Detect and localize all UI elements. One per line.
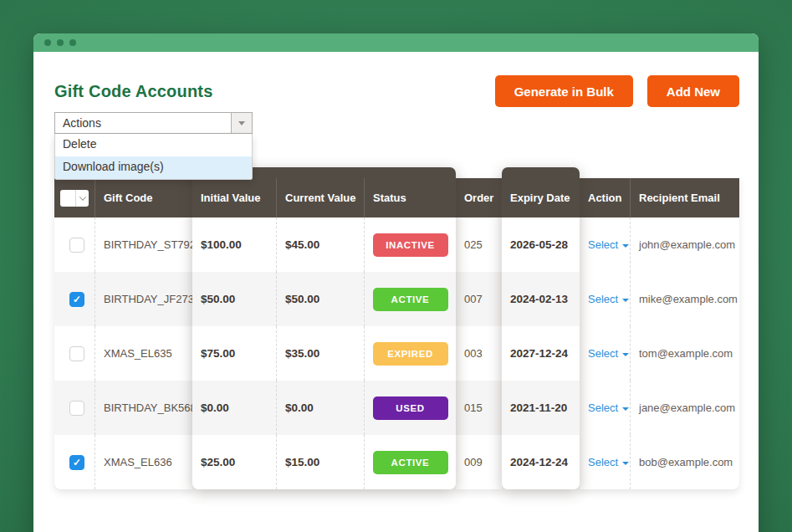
cell-recipient-email: bob@example.com	[630, 435, 739, 489]
cell-current-value: $45.00	[276, 217, 364, 272]
column-header-initial-value[interactable]: Initial Value	[192, 178, 276, 217]
table-row: $50.00$50.00ACTIVE	[192, 272, 456, 326]
cell-expiry-date: 2024-02-13	[502, 272, 580, 326]
table-row: 007	[456, 272, 502, 326]
column-header-order[interactable]: Order	[456, 178, 502, 217]
cell-order: 015	[456, 381, 502, 435]
row-select-action[interactable]: Select	[588, 456, 629, 468]
column-header-action[interactable]: Action	[580, 178, 630, 217]
generate-in-bulk-button[interactable]: Generate in Bulk	[495, 75, 633, 107]
select-all-control[interactable]	[54, 178, 95, 217]
table-row: $25.00$15.00ACTIVE	[192, 435, 456, 489]
cell-action: Select	[580, 435, 630, 489]
status-badge: INACTIVE	[373, 233, 448, 257]
actions-menu: Delete Download image(s)	[54, 134, 253, 180]
cell-recipient-email: jane@example.com	[630, 381, 739, 435]
column-header-current-value[interactable]: Current Value	[276, 178, 364, 217]
row-select-action[interactable]: Select	[588, 238, 629, 251]
row-select-action[interactable]: Select	[588, 293, 629, 305]
select-label: Select	[588, 347, 618, 360]
actions-dropdown[interactable]: Actions	[54, 112, 253, 134]
row-checkbox[interactable]: ✓	[69, 455, 84, 470]
table-row: 025	[456, 217, 502, 272]
caret-down-icon	[622, 244, 629, 248]
cell-status: ACTIVE	[364, 272, 456, 326]
maximize-dot[interactable]	[69, 39, 76, 46]
caret-down-icon	[622, 299, 629, 302]
cell-expiry-date: 2027-12-24	[502, 326, 580, 381]
chevron-down-icon[interactable]	[75, 190, 89, 207]
table-row: Selecttom@example.com	[580, 326, 739, 381]
cell-gift-code: XMAS_EL636	[95, 435, 192, 489]
cell-checkbox	[54, 326, 95, 381]
row-checkbox[interactable]	[69, 401, 84, 416]
cell-expiry-date: 2026-05-28	[502, 217, 580, 272]
cell-checkbox	[54, 217, 95, 272]
cell-initial-value: $50.00	[192, 272, 276, 326]
grid-section: ActionRecipient EmailSelectjohn@example.…	[580, 178, 739, 489]
cell-current-value: $15.00	[276, 435, 364, 489]
column-header-expiry-date[interactable]: Expiry Date	[502, 178, 580, 217]
table-row: $0.00$0.00USED	[192, 381, 456, 435]
table-row: $75.00$35.00EXPIRED	[192, 326, 456, 381]
column-header-gift-code[interactable]: Gift Code	[95, 178, 192, 217]
row-checkbox[interactable]: ✓	[69, 292, 84, 307]
cell-checkbox: ✓	[54, 435, 95, 489]
select-label: Select	[588, 456, 618, 468]
caret-down-icon	[238, 121, 245, 125]
table-row: 2026-05-28	[502, 217, 580, 272]
cell-recipient-email: tom@example.com	[630, 326, 739, 381]
cell-initial-value: $25.00	[192, 435, 276, 489]
status-badge: ACTIVE	[373, 288, 448, 311]
row-select-action[interactable]: Select	[588, 347, 629, 360]
select-label: Select	[588, 293, 618, 305]
close-dot[interactable]	[44, 39, 51, 46]
cell-current-value: $50.00	[276, 272, 364, 326]
cell-status: INACTIVE	[364, 217, 456, 272]
table-row: 003	[456, 326, 502, 381]
row-checkbox[interactable]	[69, 238, 84, 253]
menu-item-delete[interactable]: Delete	[55, 134, 252, 156]
select-all-box[interactable]	[60, 190, 75, 207]
cell-initial-value: $0.00	[192, 381, 276, 435]
grid-section: Gift CodeBIRTHDAY_ST792✓BIRTHDAY_JF273XM…	[54, 178, 192, 489]
table-row: BIRTHDAY_BK568	[54, 381, 192, 435]
menu-item-download-images[interactable]: Download image(s)	[55, 156, 252, 179]
dropdown-caret-button[interactable]	[231, 113, 252, 133]
minimize-dot[interactable]	[57, 39, 64, 46]
table-row: 009	[456, 435, 502, 489]
cell-checkbox	[54, 381, 95, 435]
cell-current-value: $35.00	[276, 326, 364, 381]
table-row: 015	[456, 381, 502, 435]
row-select-action[interactable]: Select	[588, 402, 629, 414]
table-row: 2021-11-20	[502, 381, 580, 435]
cell-order: 009	[456, 435, 502, 489]
window-titlebar	[33, 33, 759, 52]
cell-checkbox: ✓	[54, 272, 95, 326]
row-checkbox[interactable]	[69, 346, 84, 361]
app-background: { "header": { "title": "Gift Code Accoun…	[0, 0, 792, 532]
browser-window: Gift Code Accounts Generate in Bulk Add …	[33, 33, 759, 532]
add-new-button[interactable]: Add New	[647, 75, 739, 107]
table-row: 2024-02-13	[502, 272, 580, 326]
caret-down-icon	[622, 462, 629, 465]
cell-order: 003	[456, 326, 502, 381]
cell-action: Select	[580, 381, 630, 435]
table-row: Selectmike@example.com	[580, 272, 739, 326]
table-row: $100.00$45.00INACTIVE	[192, 217, 456, 272]
cell-status: ACTIVE	[364, 435, 456, 489]
status-badge: EXPIRED	[373, 342, 448, 366]
cell-order: 007	[456, 272, 502, 326]
gift-code-grid: Gift CodeBIRTHDAY_ST792✓BIRTHDAY_JF273XM…	[54, 178, 739, 489]
table-row: ✓BIRTHDAY_JF273	[54, 272, 192, 326]
select-all-checkbox[interactable]	[60, 190, 89, 207]
cell-gift-code: BIRTHDAY_JF273	[95, 272, 192, 326]
column-header-recipient-email[interactable]: Recipient Email	[630, 178, 739, 217]
cell-initial-value: $75.00	[192, 326, 276, 381]
actions-dropdown-value: Actions	[55, 113, 231, 133]
cell-current-value: $0.00	[276, 381, 364, 435]
table-row: 2027-12-24	[502, 326, 580, 381]
cell-initial-value: $100.00	[192, 217, 276, 272]
cell-gift-code: BIRTHDAY_ST792	[95, 217, 192, 272]
column-header-status[interactable]: Status	[364, 178, 456, 217]
